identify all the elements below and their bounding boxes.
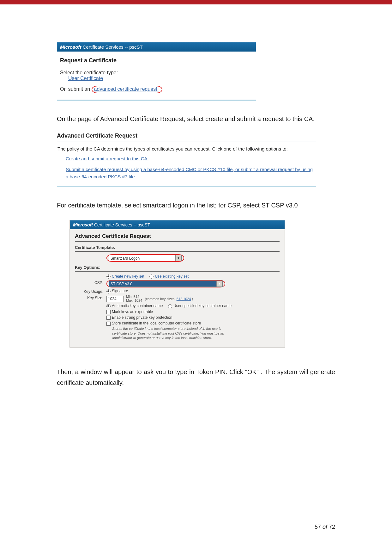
divider bbox=[57, 141, 316, 141]
key-usage-label: Key Usage: bbox=[75, 289, 106, 294]
red-oval-annotation: ST CSP v3.0 ▼ bbox=[106, 280, 225, 287]
page-current: 57 bbox=[315, 524, 321, 530]
request-cert-heading: Request a Certificate bbox=[60, 57, 253, 64]
cert-template-section-label: Certificate Template: bbox=[75, 245, 280, 252]
cert-template-value: Smartcard Logon bbox=[111, 256, 140, 261]
mark-exportable-checkbox[interactable] bbox=[106, 310, 111, 314]
screenshot-advanced-cert-request: Advanced Certificate Request The policy … bbox=[57, 133, 316, 187]
submit-base64-request-link[interactable]: Submit a certificate request by using a … bbox=[66, 167, 313, 179]
key-usage-signature-radio[interactable] bbox=[106, 289, 111, 293]
ms-cert-services-banner: Microsoft Certificate Services -- pscST bbox=[70, 220, 285, 229]
key-size-common-prefix: (common key sizes: bbox=[145, 297, 176, 301]
auto-container-name-label: Automatic key container name bbox=[112, 304, 163, 308]
chevron-down-icon[interactable]: ▼ bbox=[216, 281, 222, 287]
user-container-name-radio[interactable] bbox=[168, 304, 172, 308]
create-new-keyset-radio[interactable] bbox=[106, 274, 111, 279]
ms-brand: Microsoft bbox=[73, 222, 93, 227]
create-submit-request-link[interactable]: Create and submit a request to this CA. bbox=[66, 156, 149, 161]
csp-value: ST CSP v3.0 bbox=[111, 282, 132, 286]
divider bbox=[60, 66, 253, 66]
instruction-para-3: Then, a window will appear to ask you to… bbox=[57, 367, 335, 388]
user-container-name-label: User specified key container name bbox=[173, 304, 232, 308]
instruction-para-2: For certificate template, select smartca… bbox=[57, 200, 335, 211]
or-submit-line: Or, submit an advanced certificate reque… bbox=[60, 86, 253, 93]
screenshot-request-certificate: Microsoft Certificate Services -- pscST … bbox=[57, 42, 256, 101]
store-local-label: Store certificate in the local computer … bbox=[112, 321, 201, 325]
key-size-input[interactable]: 1024 bbox=[106, 296, 124, 302]
ms-brand: Microsoft bbox=[60, 44, 81, 50]
key-size-min: Min: 512 bbox=[126, 295, 139, 299]
adv-cert-req-heading: Advanced Certificate Request bbox=[57, 133, 316, 139]
csp-select[interactable]: ST CSP v3.0 ▼ bbox=[109, 281, 223, 287]
instruction-para-1: On the page of Advanced Certificate Requ… bbox=[57, 114, 335, 124]
footer-divider bbox=[57, 517, 338, 517]
csp-label: CSP: bbox=[75, 280, 106, 285]
ms-cert-services-banner: Microsoft Certificate Services -- pscST bbox=[57, 42, 256, 52]
chevron-down-icon[interactable]: ▼ bbox=[175, 255, 181, 261]
auto-container-name-radio[interactable] bbox=[106, 304, 111, 308]
key-options-section-label: Key Options: bbox=[75, 265, 280, 272]
key-size-label: Key Size: bbox=[75, 295, 106, 300]
banner-suffix: Certificate Services -- pscST bbox=[93, 222, 150, 227]
strong-protection-checkbox[interactable] bbox=[106, 316, 111, 320]
key-size-max: Max: 1024 bbox=[126, 299, 142, 302]
advanced-cert-request-link[interactable]: advanced certificate request. bbox=[94, 86, 159, 92]
page-number: 57 of 72 bbox=[315, 524, 335, 530]
create-new-keyset-label: Create new key set bbox=[112, 274, 144, 279]
policy-text: The policy of the CA determines the type… bbox=[57, 145, 315, 152]
screenshot-adv-cert-request-form: Microsoft Certificate Services -- pscST … bbox=[69, 220, 285, 348]
key-size-common-link[interactable]: 512 1024 bbox=[177, 297, 191, 301]
or-submit-prefix: Or, submit an bbox=[60, 86, 92, 92]
page-total: 72 bbox=[329, 524, 335, 530]
page-of: of bbox=[323, 524, 327, 530]
red-oval-annotation: advanced certificate request. bbox=[92, 86, 163, 93]
adv-cert-req-form-heading: Advanced Certificate Request bbox=[75, 233, 280, 242]
top-red-bar bbox=[0, 0, 392, 4]
select-cert-type-label: Select the certificate type: bbox=[60, 70, 253, 76]
strong-protection-label: Enable strong private key protection bbox=[112, 315, 172, 320]
key-usage-value: Signature bbox=[112, 289, 128, 293]
store-local-note: Stores the certificate in the local comp… bbox=[112, 326, 226, 341]
use-existing-keyset-label: Use existing key set bbox=[155, 274, 189, 279]
key-size-common-suffix: ) bbox=[191, 297, 193, 301]
store-local-checkbox[interactable] bbox=[106, 322, 111, 326]
use-existing-keyset-radio[interactable] bbox=[149, 274, 154, 279]
banner-suffix: Certificate Services -- pscST bbox=[81, 44, 143, 50]
user-certificate-link[interactable]: User Certificate bbox=[68, 76, 103, 81]
cert-template-select[interactable]: Smartcard Logon ▼ bbox=[109, 255, 182, 261]
red-oval-annotation: Smartcard Logon ▼ bbox=[106, 254, 184, 262]
mark-exportable-label: Mark keys as exportable bbox=[112, 310, 153, 314]
